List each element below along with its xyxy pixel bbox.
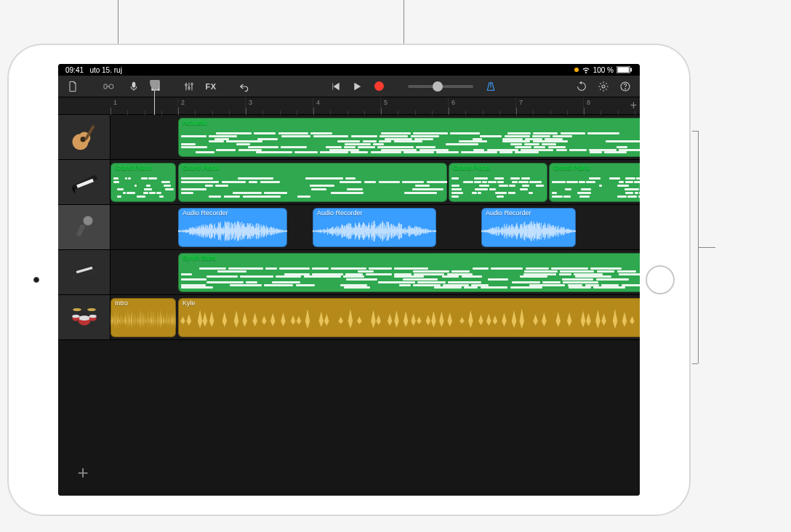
fx-label: FX <box>205 82 216 91</box>
svg-point-4 <box>109 84 113 89</box>
ipad-frame: 09:41 uto 15. ruj 100 % <box>7 44 691 516</box>
toolbar: FX <box>58 76 640 97</box>
track: Grand PianoGrand PianoGrand PianoGrand P… <box>58 160 640 205</box>
region[interactable]: Grand Piano <box>549 163 640 202</box>
track: Audio RecorderAudio RecorderAudio Record… <box>58 205 640 250</box>
track-header-guitar[interactable] <box>58 115 111 159</box>
metronome-button[interactable] <box>481 78 501 95</box>
region[interactable]: Kyle <box>178 298 640 337</box>
tracks-area: AcousticGrand PianoGrand PianoGrand Pian… <box>58 115 640 496</box>
status-bar: 09:41 uto 15. ruj 100 % <box>58 64 640 76</box>
guitar-icon <box>68 121 100 154</box>
svg-point-19 <box>188 86 190 89</box>
bar-number: 1 <box>113 99 117 106</box>
go-to-start-button[interactable] <box>325 78 345 95</box>
loop-browser-button[interactable] <box>571 78 592 95</box>
region[interactable]: Grand Piano <box>178 163 447 202</box>
mic-icon <box>70 212 99 243</box>
record-icon <box>374 81 384 91</box>
battery-pct: 100 % <box>593 66 614 74</box>
track-lane[interactable]: Audio RecorderAudio RecorderAudio Record… <box>111 205 640 249</box>
track-lane[interactable]: IntroKyle <box>111 295 640 339</box>
wifi-icon <box>582 65 590 74</box>
add-track-button[interactable]: + <box>70 459 96 485</box>
ruler[interactable]: + 12345678 <box>111 97 640 114</box>
svg-rect-33 <box>73 275 74 281</box>
callout-line-2 <box>403 0 404 44</box>
region[interactable]: Audio Recorder <box>313 208 436 247</box>
region[interactable]: Grand Piano <box>111 163 176 202</box>
settings-button[interactable] <box>593 78 614 95</box>
region[interactable]: Audio Recorder <box>481 208 576 247</box>
callout-bracket-top <box>692 131 698 132</box>
empty-tracks-area <box>58 340 640 496</box>
svg-point-26 <box>80 137 85 142</box>
svg-rect-1 <box>617 67 629 73</box>
svg-point-38 <box>72 315 79 318</box>
region[interactable]: Grand Piano <box>449 163 547 202</box>
svg-rect-31 <box>76 224 85 237</box>
region-label: Audio Recorder <box>317 209 363 217</box>
svg-rect-5 <box>132 82 135 87</box>
svg-point-21 <box>602 85 605 88</box>
synth-icon <box>68 259 101 286</box>
bar-number: 2 <box>181 99 185 106</box>
play-button[interactable] <box>347 78 367 95</box>
record-button[interactable] <box>369 78 389 95</box>
svg-point-20 <box>191 83 193 85</box>
svg-point-41 <box>73 307 81 310</box>
track-header-synth[interactable] <box>58 250 111 294</box>
region-label: Acoustic <box>182 119 207 126</box>
region[interactable]: Audio Recorder <box>178 208 287 247</box>
region-label: Synth Bass <box>182 254 216 262</box>
svg-point-23 <box>625 88 625 89</box>
drums-icon <box>68 302 101 333</box>
callout-bracket-bot <box>692 363 698 364</box>
microphone-button[interactable] <box>124 78 144 95</box>
svg-rect-34 <box>92 268 94 275</box>
bar-number: 5 <box>384 99 388 106</box>
region-label: Grand Piano <box>182 164 220 172</box>
undo-button[interactable] <box>234 78 254 95</box>
svg-point-18 <box>185 84 188 86</box>
fx-button[interactable]: FX <box>201 78 221 95</box>
help-button[interactable] <box>615 78 635 95</box>
track-lane[interactable]: Synth Bass <box>111 250 640 294</box>
region-label: Grand Piano <box>553 164 590 172</box>
master-volume-slider[interactable] <box>408 85 473 88</box>
bar-number: 4 <box>316 99 320 106</box>
bar-number: 7 <box>519 99 523 106</box>
svg-rect-3 <box>104 84 107 89</box>
track: Acoustic <box>58 115 640 160</box>
region[interactable]: Synth Bass <box>178 253 640 292</box>
region-label: Intro <box>115 299 128 307</box>
svg-rect-2 <box>630 68 632 72</box>
ruler-row: + 12345678 <box>58 97 640 115</box>
piano-icon <box>68 166 100 199</box>
region[interactable]: Intro <box>111 298 176 337</box>
app-screen: 09:41 uto 15. ruj 100 % <box>58 64 640 496</box>
volume-knob <box>433 81 443 92</box>
track: IntroKyle <box>58 295 640 340</box>
region-label: Audio Recorder <box>182 209 228 217</box>
track-lane[interactable]: Grand PianoGrand PianoGrand PianoGrand P… <box>111 160 640 204</box>
status-time: 09:41 <box>65 66 84 74</box>
track-lane[interactable]: Acoustic <box>111 115 640 159</box>
svg-point-40 <box>89 315 96 318</box>
region-label: Grand Piano <box>453 164 490 172</box>
add-section-button[interactable]: + <box>630 99 637 112</box>
home-button[interactable] <box>646 265 675 294</box>
mixer-button[interactable] <box>179 78 199 95</box>
region[interactable]: Acoustic <box>178 118 640 157</box>
my-songs-button[interactable] <box>63 78 83 95</box>
instrument-browser-button[interactable] <box>96 78 122 95</box>
bar-number: 8 <box>587 99 590 106</box>
track: Synth Bass <box>58 250 640 295</box>
callout-line-1 <box>118 0 119 44</box>
bar-number: 3 <box>249 99 252 106</box>
region-label: Audio Recorder <box>486 209 531 217</box>
track-header-drums[interactable] <box>58 295 111 339</box>
track-header-mic[interactable] <box>58 205 111 249</box>
track-header-piano[interactable] <box>58 160 111 204</box>
bar-number: 6 <box>451 99 455 106</box>
